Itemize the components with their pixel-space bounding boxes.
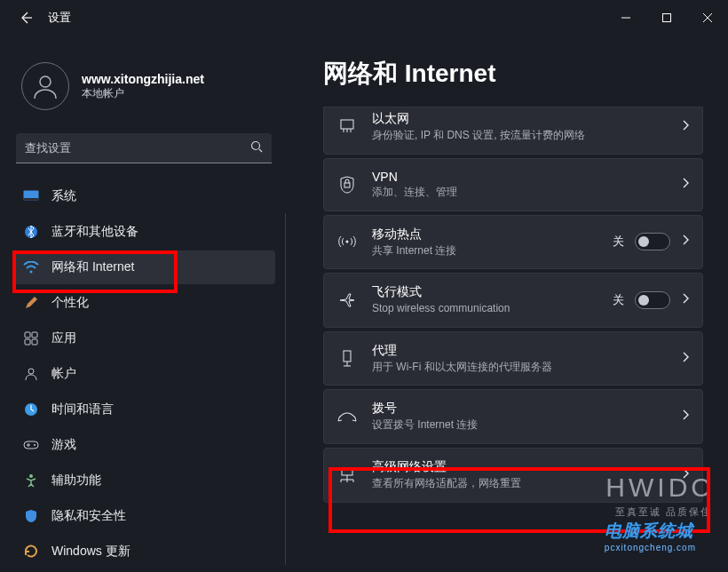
svg-rect-20 — [342, 468, 352, 475]
card-sub: 添加、连接、管理 — [372, 186, 667, 200]
card-dialup[interactable]: 拨号 设置拨号 Internet 连接 — [323, 389, 703, 444]
card-title: VPN — [372, 170, 667, 184]
card-title: 以太网 — [372, 111, 667, 127]
nav-list: 系统 蓝牙和其他设备 网络和 Internet 个性化 应用 帐户 — [12, 179, 275, 568]
chevron-right-icon — [681, 351, 690, 367]
hotspot-toggle[interactable] — [635, 233, 670, 250]
minimize-button[interactable] — [605, 4, 646, 32]
chevron-right-icon — [681, 234, 690, 250]
svg-rect-13 — [24, 441, 38, 449]
brush-icon — [23, 295, 39, 311]
update-icon — [23, 544, 39, 560]
sidebar-item-label: 帐户 — [51, 366, 76, 382]
watermark-brand: HWIDC — [605, 473, 714, 503]
chevron-right-icon — [681, 292, 690, 308]
sidebar-item-personalization[interactable]: 个性化 — [12, 286, 275, 320]
sidebar-item-label: 时间和语言 — [51, 401, 114, 417]
maximize-button[interactable] — [646, 4, 687, 32]
search-input-row[interactable] — [16, 133, 272, 163]
app-title: 设置 — [48, 10, 71, 26]
sidebar-item-label: 系统 — [51, 188, 76, 204]
svg-point-6 — [30, 271, 33, 274]
toggle-label: 关 — [613, 234, 624, 250]
card-sub: 共享 Internet 连接 — [372, 244, 598, 258]
sidebar-item-apps[interactable]: 应用 — [12, 322, 275, 355]
accessibility-icon — [23, 473, 39, 489]
wifi-icon — [23, 259, 39, 275]
avatar — [21, 62, 69, 110]
sidebar-item-label: 辅助功能 — [51, 473, 101, 489]
sidebar: www.xitongzhijia.net 本地帐户 系统 蓝牙和其他设备 网络和… — [0, 36, 284, 572]
svg-point-11 — [28, 369, 34, 374]
card-sub: 用于 Wi-Fi 和以太网连接的代理服务器 — [372, 361, 667, 375]
card-title: 移动热点 — [372, 226, 598, 242]
user-block[interactable]: www.xitongzhijia.net 本地帐户 — [12, 36, 275, 133]
chevron-right-icon — [681, 177, 690, 193]
svg-rect-9 — [25, 339, 30, 345]
sidebar-item-network[interactable]: 网络和 Internet — [12, 250, 275, 284]
search-input[interactable] — [25, 141, 250, 155]
close-button[interactable] — [687, 4, 728, 32]
svg-rect-7 — [25, 332, 30, 338]
sidebar-item-privacy[interactable]: 隐私和安全性 — [12, 499, 275, 533]
sidebar-item-label: 网络和 Internet — [51, 259, 134, 275]
svg-rect-10 — [32, 339, 37, 345]
svg-point-15 — [29, 474, 33, 478]
chevron-right-icon — [681, 409, 690, 425]
card-title: 拨号 — [372, 401, 667, 417]
watermark-site: 电脑系统城 pcxitongcheng.com — [605, 520, 696, 552]
card-airplane[interactable]: 飞行模式 Stop wireless communication 关 — [323, 273, 703, 328]
back-button[interactable] — [18, 10, 34, 26]
card-vpn[interactable]: VPN 添加、连接、管理 — [323, 158, 703, 211]
sidebar-item-time-language[interactable]: 时间和语言 — [12, 393, 275, 426]
system-icon — [23, 188, 39, 204]
sidebar-item-gaming[interactable]: 游戏 — [12, 428, 275, 462]
sidebar-item-accounts[interactable]: 帐户 — [12, 357, 275, 391]
sidebar-item-label: Windows 更新 — [51, 544, 131, 560]
chevron-right-icon — [681, 119, 690, 135]
card-title: 代理 — [372, 343, 667, 359]
svg-rect-0 — [663, 14, 671, 22]
watermark-tagline: 至真至诚 品质保住 — [615, 505, 712, 519]
card-sub: 身份验证, IP 和 DNS 设置, 按流量计费的网络 — [372, 129, 667, 143]
card-sub: 设置拨号 Internet 连接 — [372, 418, 667, 433]
shield-icon — [23, 508, 39, 524]
sidebar-item-windows-update[interactable]: Windows 更新 — [12, 535, 275, 568]
svg-rect-16 — [341, 120, 353, 129]
user-name: www.xitongzhijia.net — [82, 72, 204, 86]
bluetooth-icon — [23, 224, 39, 240]
card-hotspot[interactable]: 移动热点 共享 Internet 连接 关 — [323, 215, 703, 270]
svg-point-2 — [252, 141, 260, 149]
svg-point-18 — [346, 241, 349, 243]
svg-rect-19 — [344, 351, 351, 361]
proxy-icon — [336, 350, 358, 368]
account-icon — [23, 366, 39, 382]
toggle-label: 关 — [613, 292, 624, 308]
vpn-shield-icon — [336, 176, 358, 194]
hotspot-icon — [336, 234, 358, 250]
gaming-icon — [23, 437, 39, 453]
airplane-icon — [336, 291, 358, 309]
card-sub: Stop wireless communication — [372, 302, 598, 316]
apps-icon — [23, 330, 39, 346]
ethernet-icon — [336, 119, 358, 135]
card-ethernet[interactable]: 以太网 身份验证, IP 和 DNS 设置, 按流量计费的网络 — [323, 107, 703, 155]
card-title: 飞行模式 — [372, 284, 598, 300]
globe-clock-icon — [23, 401, 39, 417]
card-proxy[interactable]: 代理 用于 Wi-Fi 和以太网连接的代理服务器 — [323, 331, 703, 386]
search-icon — [250, 140, 263, 156]
sidebar-item-bluetooth[interactable]: 蓝牙和其他设备 — [12, 215, 275, 249]
svg-point-1 — [40, 76, 51, 87]
svg-rect-8 — [32, 332, 37, 338]
sidebar-item-label: 游戏 — [51, 437, 76, 453]
dialup-icon — [336, 410, 358, 423]
airplane-toggle[interactable] — [635, 291, 670, 309]
sidebar-item-accessibility[interactable]: 辅助功能 — [12, 464, 275, 497]
sidebar-item-label: 隐私和安全性 — [51, 508, 126, 524]
titlebar: 设置 — [0, 0, 728, 36]
sidebar-item-system[interactable]: 系统 — [12, 179, 275, 213]
page-title: 网络和 Internet — [323, 57, 703, 91]
svg-rect-17 — [344, 183, 350, 187]
sidebar-item-label: 应用 — [51, 330, 76, 346]
sidebar-item-label: 蓝牙和其他设备 — [51, 224, 138, 240]
